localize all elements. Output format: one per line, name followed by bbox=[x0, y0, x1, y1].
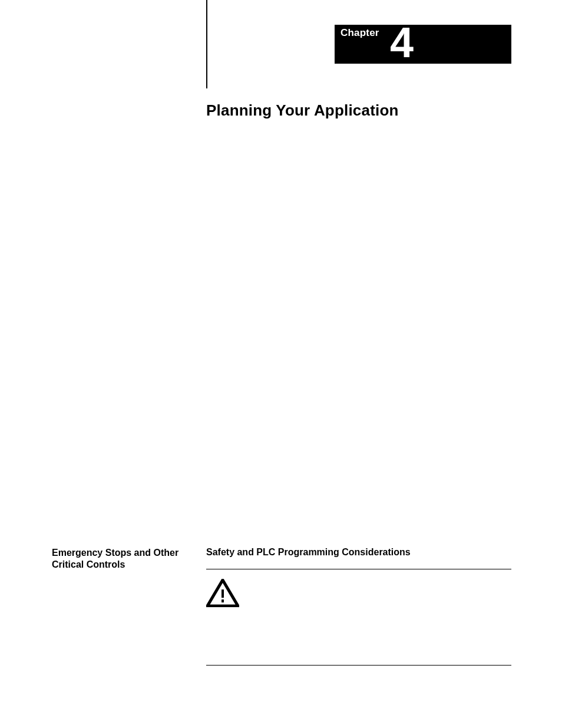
page-title: Planning Your Application bbox=[206, 101, 399, 120]
svg-rect-1 bbox=[222, 599, 224, 602]
chapter-label: Chapter bbox=[340, 27, 379, 39]
right-column-heading: Safety and PLC Programming Consideration… bbox=[206, 547, 411, 558]
section-rule-bottom bbox=[206, 665, 511, 666]
attention-icon bbox=[206, 579, 239, 607]
page: Chapter 4 Planning Your Application Emer… bbox=[0, 0, 562, 728]
header-vertical-rule bbox=[206, 0, 207, 88]
left-column-heading: Emergency Stops and Other Critical Contr… bbox=[52, 547, 187, 571]
chapter-banner: Chapter 4 bbox=[335, 25, 511, 64]
section-rule-top bbox=[206, 569, 511, 569]
chapter-number: 4 bbox=[390, 21, 414, 64]
svg-rect-0 bbox=[222, 589, 224, 598]
